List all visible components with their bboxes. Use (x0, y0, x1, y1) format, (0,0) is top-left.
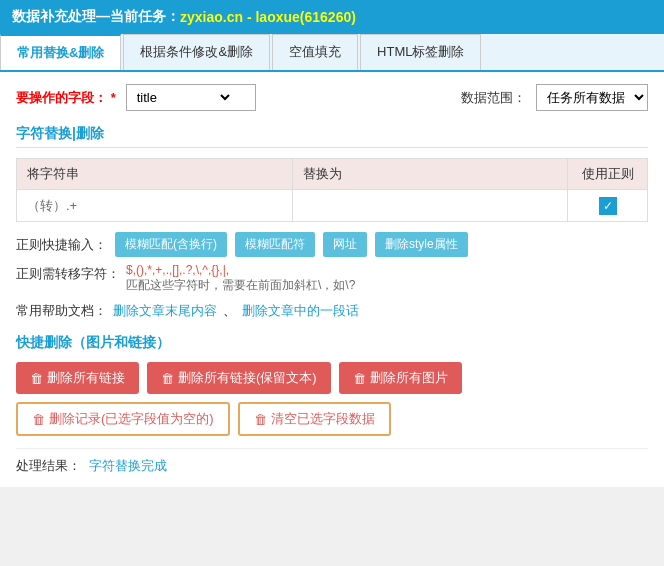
trash-icon-4: 🗑 (32, 412, 45, 427)
to-input[interactable] (297, 194, 564, 217)
regex-quick-row: 正则快捷输入： 模糊匹配(含换行) 模糊匹配符 网址 删除style属性 (16, 232, 648, 257)
result-text: 字符替换完成 (89, 457, 167, 475)
regex-chars-content: $,(),*,+,.,[],.?,\,^,{},|, 匹配这些字符时，需要在前面… (126, 263, 355, 294)
regex-btn-style[interactable]: 删除style属性 (375, 232, 468, 257)
regex-checkbox-cell[interactable]: ✓ (568, 190, 648, 222)
delete-buttons-row-1: 🗑 删除所有链接 🗑 删除所有链接(保留文本) 🗑 删除所有图片 (16, 362, 648, 394)
regex-btn-url[interactable]: 网址 (323, 232, 367, 257)
trash-icon-3: 🗑 (353, 371, 366, 386)
help-link-2[interactable]: 删除文章中的一段话 (242, 302, 359, 320)
help-separator: 、 (223, 302, 236, 320)
regex-chars-label: 正则需转移字符： (16, 265, 120, 283)
quick-delete-title: 快捷删除（图片和链接） (16, 334, 648, 352)
data-range-dropdown[interactable]: 任务所有数据 (536, 84, 648, 111)
field-label: 要操作的字段： * (16, 89, 116, 107)
help-link-1[interactable]: 删除文章末尾内容 (113, 302, 217, 320)
regex-btn-fuzzy[interactable]: 模糊匹配符 (235, 232, 315, 257)
field-selector[interactable]: title content description (126, 84, 256, 111)
tab-replace-delete[interactable]: 常用替换&删除 (0, 34, 121, 70)
main-content: 要操作的字段： * title content description 数据范围… (0, 72, 664, 487)
regex-hint: 匹配这些字符时，需要在前面加斜杠\，如\? (126, 277, 355, 294)
title-highlight: zyxiao.cn - laoxue(616260) (180, 9, 356, 25)
tab-html-tags[interactable]: HTML标签删除 (360, 34, 481, 70)
replace-table: 将字符串 替换为 使用正则 ✓ (16, 158, 648, 222)
to-cell[interactable] (292, 190, 568, 222)
regex-quick-label: 正则快捷输入： (16, 236, 107, 254)
trash-icon-5: 🗑 (254, 412, 267, 427)
title-bar: 数据补充处理—当前任务： zyxiao.cn - laoxue(616260) (0, 0, 664, 34)
tabs-container: 常用替换&删除 根据条件修改&删除 空值填充 HTML标签删除 (0, 34, 664, 72)
help-row: 常用帮助文档： 删除文章末尾内容 、 删除文章中的一段话 (16, 302, 648, 320)
col-to-header: 替换为 (292, 159, 568, 190)
regex-chars-row: 正则需转移字符： $,(),*,+,.,[],.?,\,^,{},|, 匹配这些… (16, 263, 648, 294)
trash-icon-1: 🗑 (30, 371, 43, 386)
regex-btn-fuzzy-multiline[interactable]: 模糊匹配(含换行) (115, 232, 227, 257)
from-input[interactable] (21, 194, 288, 217)
result-row: 处理结果： 字符替换完成 (16, 448, 648, 475)
delete-buttons-row-2: 🗑 删除记录(已选字段值为空的) 🗑 清空已选字段数据 (16, 402, 648, 436)
data-range-label: 数据范围： (461, 89, 526, 107)
clear-field-data-button[interactable]: 🗑 清空已选字段数据 (238, 402, 391, 436)
replace-section-title: 字符替换|删除 (16, 125, 648, 148)
trash-icon-2: 🗑 (161, 371, 174, 386)
table-row: ✓ (17, 190, 648, 222)
field-selector-row: 要操作的字段： * title content description 数据范围… (16, 84, 648, 111)
delete-all-images-button[interactable]: 🗑 删除所有图片 (339, 362, 462, 394)
col-from-header: 将字符串 (17, 159, 293, 190)
quick-delete-section: 快捷删除（图片和链接） 🗑 删除所有链接 🗑 删除所有链接(保留文本) 🗑 删除… (16, 334, 648, 436)
regex-special-chars: $,(),*,+,.,[],.?,\,^,{},|, (126, 263, 355, 277)
delete-all-links-button[interactable]: 🗑 删除所有链接 (16, 362, 139, 394)
delete-all-links-keep-text-button[interactable]: 🗑 删除所有链接(保留文本) (147, 362, 331, 394)
tab-conditional[interactable]: 根据条件修改&删除 (123, 34, 270, 70)
tab-fill-empty[interactable]: 空值填充 (272, 34, 358, 70)
result-label: 处理结果： (16, 457, 81, 475)
delete-empty-records-button[interactable]: 🗑 删除记录(已选字段值为空的) (16, 402, 230, 436)
from-cell[interactable] (17, 190, 293, 222)
col-regex-header: 使用正则 (568, 159, 648, 190)
title-prefix: 数据补充处理—当前任务： (12, 8, 180, 26)
field-dropdown[interactable]: title content description (133, 89, 233, 106)
regex-checkbox[interactable]: ✓ (599, 197, 617, 215)
help-label: 常用帮助文档： (16, 302, 107, 320)
